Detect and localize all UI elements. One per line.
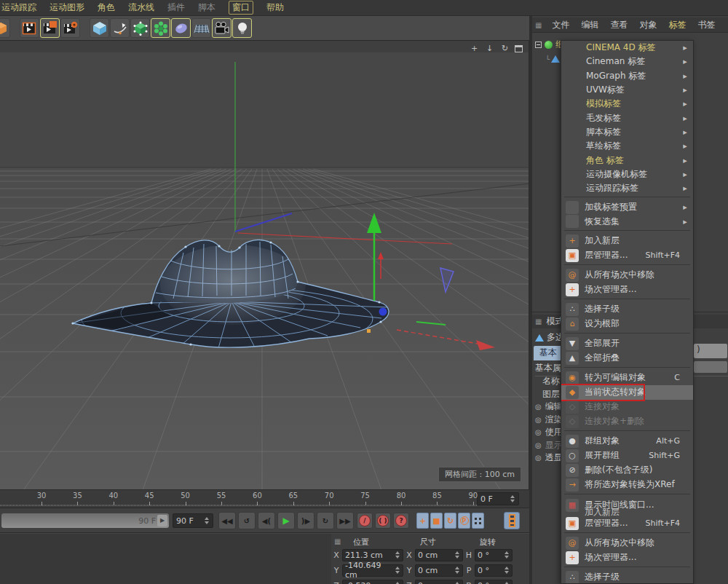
menu-item-33[interactable]: ○展开群组Shift+G xyxy=(561,449,693,463)
key-parameter-button[interactable]: P xyxy=(458,513,470,529)
menu-item-21[interactable]: ∴选择子级 xyxy=(561,302,693,317)
size-Y-field[interactable]: 0 cm xyxy=(415,564,463,577)
toggle-icon[interactable]: ◎ xyxy=(535,441,542,449)
motion-clip-frame-icon[interactable] xyxy=(20,18,39,38)
spinner-icon[interactable] xyxy=(505,567,510,574)
primitive-cube-icon[interactable] xyxy=(90,18,109,38)
motion-clip-settings-icon[interactable] xyxy=(60,18,80,38)
size-X-field[interactable]: 0 cm xyxy=(415,549,463,561)
motion-clip-solve-icon[interactable] xyxy=(40,18,60,38)
generator-cube-icon[interactable] xyxy=(130,18,150,38)
om-menu-标签[interactable]: 标签 xyxy=(668,19,686,31)
menu-item-24[interactable]: ▼全部展开 xyxy=(561,336,693,351)
menu-item-32[interactable]: ●群组对象Alt+G xyxy=(561,434,693,449)
dopesheet-button[interactable] xyxy=(504,512,520,529)
floor-icon[interactable] xyxy=(191,18,211,38)
toggle-icon[interactable]: ◎ xyxy=(535,454,542,462)
menu-item-19[interactable]: +场次管理器... xyxy=(561,283,693,297)
menu-item-22[interactable]: ⌂设为根部 xyxy=(561,317,693,331)
menu-item-40[interactable]: @从所有场次中移除 xyxy=(561,536,693,551)
range-knob[interactable]: ▶ xyxy=(157,515,167,526)
record-options-button[interactable]: / xyxy=(357,513,373,529)
menu-item-7[interactable]: 草绘标签▶ xyxy=(561,139,693,153)
menubar-item-5[interactable]: 脚本 xyxy=(198,1,215,14)
menu-item-34[interactable]: ⊘删除(不包含子级) xyxy=(561,463,693,478)
3d-viewport[interactable]: +↓↻ xyxy=(0,41,529,489)
key-position-button[interactable]: + xyxy=(416,513,429,529)
camera-icon[interactable] xyxy=(212,18,232,38)
pan-icon[interactable]: + xyxy=(469,44,480,54)
om-menu-对象[interactable]: 对象 xyxy=(639,19,657,31)
deformer-icon[interactable] xyxy=(151,18,170,38)
play-button[interactable]: ▶ xyxy=(277,512,295,529)
menu-item-28[interactable]: ◆当前状态转对象 xyxy=(561,385,693,400)
om-menu-编辑[interactable]: 编辑 xyxy=(581,19,598,31)
collapse-expander-icon[interactable] xyxy=(535,42,542,48)
timeline-ruler[interactable]: 0 F 30354045505560657075808590 xyxy=(0,489,529,508)
current-frame-spinner[interactable]: 0 F xyxy=(477,492,519,505)
key-scale-button[interactable]: ■ xyxy=(430,513,443,529)
rotation-H-field[interactable]: 0 ° xyxy=(475,549,513,561)
loop-button[interactable]: ↻ xyxy=(317,512,334,529)
key-rotation-button[interactable]: ↻ xyxy=(444,513,456,529)
toggle-icon[interactable]: ◎ xyxy=(535,403,542,411)
rotation-P-field[interactable]: 0 ° xyxy=(475,564,513,577)
frame-field[interactable]: 90 F xyxy=(173,513,213,528)
light-icon[interactable] xyxy=(232,18,252,38)
record-loop-button[interactable]: ( ) xyxy=(375,513,391,529)
menu-item-27[interactable]: ◉转为可编辑对象C xyxy=(561,371,693,385)
menu-item-5[interactable]: 毛发标签▶ xyxy=(561,111,693,125)
menubar-item-6[interactable]: 窗口 xyxy=(229,1,253,15)
zoom-icon[interactable]: ↓ xyxy=(484,44,495,54)
menu-item-29[interactable]: ◇连接对象 xyxy=(561,400,693,414)
phong-tab-fragment[interactable]: ) xyxy=(694,344,727,358)
toggle-icon[interactable]: ◎ xyxy=(535,428,542,436)
play-reverse-button[interactable]: ↺ xyxy=(238,512,256,529)
menu-item-3[interactable]: UVW标签▶ xyxy=(561,83,693,97)
menu-item-2[interactable]: MoGraph 标签▶ xyxy=(561,69,693,83)
rotate-icon[interactable]: ↻ xyxy=(499,44,510,54)
om-menu-文件[interactable]: 文件 xyxy=(552,19,569,31)
preview-range-slider[interactable]: 90 F ▶ xyxy=(1,513,169,528)
cube-tool-icon[interactable] xyxy=(0,18,10,38)
menu-item-13[interactable]: 恢复选集▶ xyxy=(561,215,693,229)
spline-pen-icon[interactable] xyxy=(110,18,130,38)
position-Y-field[interactable]: -140.649 cm xyxy=(342,564,403,577)
menu-item-0[interactable]: CINEMA 4D 标签▶ xyxy=(561,41,693,55)
simulate-icon[interactable] xyxy=(171,18,191,38)
menubar-item-2[interactable]: 角色 xyxy=(98,1,115,14)
menu-item-10[interactable]: 运动跟踪标签▶ xyxy=(561,181,693,195)
spinner-icon[interactable] xyxy=(455,567,460,574)
menu-item-37[interactable]: ▦显示时间线窗口...加入新层 xyxy=(561,497,693,516)
key-pla-button[interactable] xyxy=(472,513,484,529)
menubar-item-0[interactable]: 运动跟踪 xyxy=(1,1,36,14)
z-handle-dot[interactable] xyxy=(379,308,387,316)
goto-start-button[interactable]: ◀◀ xyxy=(218,512,236,529)
maximize-icon[interactable] xyxy=(515,45,523,52)
menu-item-43[interactable]: ∴选择子级 xyxy=(561,570,693,584)
menu-item-38[interactable]: ▣层管理器...Shift+F4 xyxy=(561,516,693,531)
size-Z-field[interactable]: 0 cm xyxy=(415,580,463,584)
rotation-B-field[interactable]: 0 ° xyxy=(475,580,513,584)
record-help-button[interactable]: ? xyxy=(393,513,409,529)
menu-item-4[interactable]: 模拟标签▶ xyxy=(561,97,693,111)
om-menu-查看[interactable]: 查看 xyxy=(610,19,628,31)
menu-item-15[interactable]: +加入新层 xyxy=(561,234,693,248)
drag-handle-icon[interactable]: ▦ xyxy=(535,21,542,29)
menu-item-18[interactable]: @从所有场次中移除 xyxy=(561,268,693,283)
menubar-item-4[interactable]: 插件 xyxy=(167,1,185,14)
spinner-icon[interactable] xyxy=(395,551,400,559)
menubar-item-3[interactable]: 流水线 xyxy=(128,1,154,14)
menu-item-25[interactable]: ▲全部折叠 xyxy=(561,351,693,366)
spinner-icon[interactable] xyxy=(455,551,460,559)
spinner-icon[interactable] xyxy=(395,567,400,574)
menu-item-35[interactable]: →将所选对象转换为XRef xyxy=(561,478,693,492)
menu-item-12[interactable]: 加载标签预置▶ xyxy=(561,200,693,214)
menu-item-1[interactable]: Cineman 标签▶ xyxy=(561,55,693,68)
next-key-button[interactable]: )▶ xyxy=(297,512,314,529)
menubar-item-1[interactable]: 运动图形 xyxy=(50,1,84,14)
menu-item-9[interactable]: 运动摄像机标签▶ xyxy=(561,167,693,181)
menu-item-30[interactable]: ◇连接对象+删除 xyxy=(561,414,693,429)
menu-item-8[interactable]: 角色 标签▶ xyxy=(561,153,693,167)
menubar-item-7[interactable]: 帮助 xyxy=(266,1,284,14)
